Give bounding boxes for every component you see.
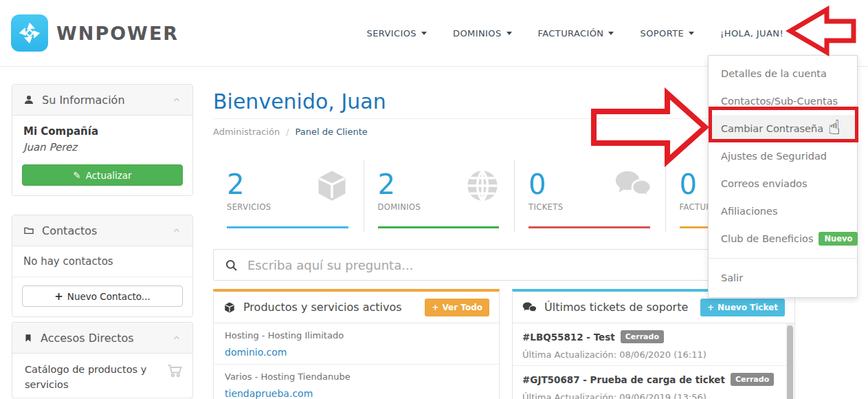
- panel-accesos-directos: Accesos Directos Catálogo de productos y…: [12, 322, 193, 399]
- breadcrumb: Administración / Panel de Cliente: [213, 127, 368, 137]
- product-name: Varios - Hosting Tiendanube: [225, 371, 488, 382]
- folder-icon: [23, 225, 34, 236]
- menu-item-contactos-sub-cuentas[interactable]: Contactos/Sub-Cuentas: [709, 87, 857, 115]
- nuevo-badge: Nuevo: [819, 232, 858, 246]
- chat-icon: [522, 301, 537, 314]
- menu-item-ajustes-de-seguridad[interactable]: Ajustes de Seguridad: [709, 142, 857, 170]
- menu-item-club-de-beneficios[interactable]: Club de Beneficios Nuevo: [709, 225, 857, 252]
- tickets-panel-title: Últimos tickets de soporte: [544, 301, 688, 314]
- brand-logo[interactable]: WNPOWER: [11, 14, 179, 52]
- product-domain-link[interactable]: tiendaprueba.com: [225, 388, 313, 399]
- products-panel-title: Productos y servicios activos: [243, 301, 402, 314]
- breadcrumb-administracion[interactable]: Administración: [213, 127, 280, 137]
- menu-item-detalles-de-la-cuenta[interactable]: Detalles de la cuenta: [709, 60, 857, 87]
- bookmark-icon: [23, 333, 33, 343]
- stat-accent-bar: [227, 226, 348, 228]
- nuevo-contacto-button[interactable]: + Nuevo Contacto...: [22, 285, 183, 307]
- stat-accent-bar: [378, 226, 500, 228]
- panel-su-informacion: Su Información Mi Compañía Juan Perez ✎ …: [12, 84, 193, 196]
- annotation-arrow-right-icon: [594, 94, 705, 161]
- menu-item-correos-enviados[interactable]: Correos enviados: [709, 170, 857, 197]
- nav-item-soporte[interactable]: SOPORTE: [640, 28, 694, 39]
- product-list-item: Varios - Hosting Tiendanube tiendaprueba…: [214, 365, 499, 399]
- stat-tile-tickets[interactable]: 0 TICKETS: [515, 160, 666, 233]
- panel-title: Su Información: [42, 94, 125, 107]
- scrollbar-track: [786, 323, 794, 399]
- panel-header-contactos[interactable]: Contactos: [12, 215, 192, 246]
- caret-down-icon: [507, 32, 512, 35]
- stat-accent-bar: [528, 226, 650, 228]
- status-badge: Cerrado: [621, 330, 664, 343]
- stat-tile-dominios[interactable]: 2 DOMINIOS: [364, 160, 515, 233]
- globe-icon: [465, 168, 500, 204]
- ver-todo-button[interactable]: + Ver Todo: [425, 299, 489, 316]
- product-domain-link[interactable]: dominio.com: [225, 347, 287, 358]
- menu-item-salir[interactable]: Salir: [709, 264, 857, 292]
- menu-item-afiliaciones[interactable]: Afiliaciones: [709, 197, 857, 225]
- actualizar-button[interactable]: ✎ Actualizar: [22, 164, 183, 186]
- panel-header-accesos-directos[interactable]: Accesos Directos: [12, 323, 192, 354]
- breadcrumb-separator: /: [286, 127, 289, 137]
- panel-header-su-informacion[interactable]: Su Información: [12, 85, 192, 116]
- ticket-list-item: #LBQ55812 - Test Cerrado Última Actualiz…: [513, 323, 794, 366]
- tickets-panel: Últimos tickets de soporte + Nuevo Ticke…: [512, 289, 795, 399]
- caret-down-icon: [421, 32, 427, 35]
- wnpower-logo-icon: [11, 14, 48, 52]
- chat-icon: [614, 168, 652, 201]
- plus-icon: +: [432, 303, 438, 312]
- no-contacts-text: No hay contactos: [12, 246, 192, 277]
- plus-icon: +: [707, 303, 714, 312]
- nav-item-account[interactable]: ¡HOLA, JUAN!: [720, 28, 783, 39]
- user-icon: [23, 94, 34, 105]
- nav-item-facturacion[interactable]: FACTURACIÓN: [538, 28, 614, 39]
- menu-divider: [709, 258, 857, 259]
- product-list-item: Hosting - Hosting Ilimitado dominio.com: [214, 323, 499, 365]
- cube-icon: [314, 168, 350, 204]
- nav-item-servicios[interactable]: SERVICIOS: [367, 28, 427, 39]
- chevron-up-icon: [172, 333, 181, 343]
- caret-down-icon: [608, 32, 614, 35]
- ticket-updated: Última Actualización: 09/06/2019 (13:56): [522, 392, 785, 399]
- product-name: Hosting - Hosting Ilimitado: [225, 330, 488, 341]
- panel-title: Accesos Directos: [41, 332, 134, 345]
- stat-label: DOMINIOS: [378, 202, 501, 212]
- nav-item-dominios[interactable]: DOMINIOS: [453, 28, 512, 39]
- ticket-title-link[interactable]: #LBQ55812 - Test: [522, 332, 615, 343]
- ticket-title-link[interactable]: #GJT50687 - Prueba de carga de ticket: [522, 374, 725, 385]
- chevron-up-icon: [172, 95, 181, 105]
- ticket-updated: Última Actualización: 08/06/2020 (16:11): [522, 349, 785, 360]
- status-badge: Cerrado: [731, 373, 774, 386]
- cube-icon: [223, 301, 236, 314]
- search-icon: [225, 259, 238, 272]
- plus-icon: +: [54, 290, 63, 303]
- panel-title: Contactos: [42, 224, 97, 237]
- shortcut-catalogo[interactable]: Catálogo de productos y servicios: [12, 354, 192, 398]
- products-panel: Productos y servicios activos + Ver Todo…: [213, 289, 500, 399]
- cursor-hand-icon: ☝: [828, 116, 841, 139]
- account-dropdown-menu: Detalles de la cuenta Contactos/Sub-Cuen…: [708, 55, 858, 298]
- caret-down-icon: [689, 32, 694, 35]
- nuevo-ticket-button[interactable]: + Nuevo Ticket: [700, 299, 785, 316]
- scrollbar-thumb[interactable]: [787, 325, 793, 399]
- stat-tile-servicios[interactable]: 2 SERVICIOS: [213, 160, 364, 233]
- company-name: Mi Compañía: [23, 125, 181, 138]
- contact-name: Juan Perez: [23, 141, 181, 153]
- brand-name: WNPOWER: [56, 23, 179, 44]
- page-title: Bienvenido, Juan: [213, 89, 386, 114]
- shortcut-label: Catálogo de productos y servicios: [25, 362, 159, 398]
- stat-label: TICKETS: [528, 202, 652, 212]
- cart-icon: [166, 362, 183, 378]
- pencil-icon: ✎: [73, 170, 80, 181]
- stat-label: SERVICIOS: [227, 202, 350, 212]
- chevron-up-icon: [172, 226, 181, 235]
- panel-contactos: Contactos No hay contactos + Nuevo Conta…: [12, 215, 193, 317]
- ticket-list-item: #GJT50687 - Prueba de carga de ticket Ce…: [513, 366, 794, 399]
- breadcrumb-panel-de-cliente: Panel de Cliente: [296, 127, 368, 137]
